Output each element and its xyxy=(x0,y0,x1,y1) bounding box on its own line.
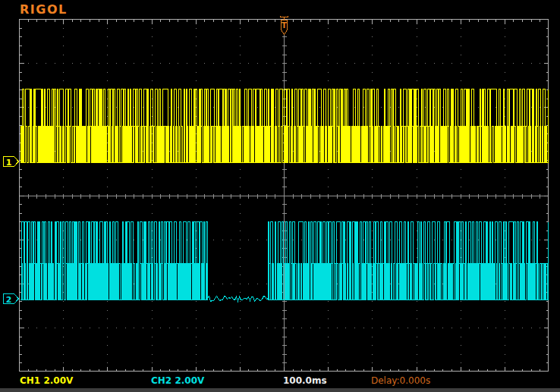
bottom-divider-strip xyxy=(0,388,560,392)
trigger-marker-cap xyxy=(281,16,288,20)
ch2-scale-readout: CH2 2.00V xyxy=(151,375,204,386)
waveform-ch1 xyxy=(20,89,549,163)
ch1-ground-marker: 1 xyxy=(3,156,19,167)
trigger-marker-label: T xyxy=(282,21,287,30)
ch2-marker-label: 2 xyxy=(6,295,12,305)
timebase-readout: 100.0ms xyxy=(283,375,327,386)
ch1-marker-label: 1 xyxy=(6,158,12,168)
graticule xyxy=(19,19,549,372)
ch1-scale-readout: CH1 2.00V xyxy=(20,375,73,386)
trigger-position-marker: T xyxy=(278,15,291,37)
center-crosshair xyxy=(19,19,549,372)
brand-logo: RIGOL xyxy=(20,2,68,17)
delay-readout: Delay:0.000s xyxy=(371,375,430,386)
oscilloscope-screen: RIGOL T 1 2 CH1 2.00V CH2 2.00V 100.0ms … xyxy=(0,0,560,392)
ch2-ground-marker: 2 xyxy=(3,293,19,304)
